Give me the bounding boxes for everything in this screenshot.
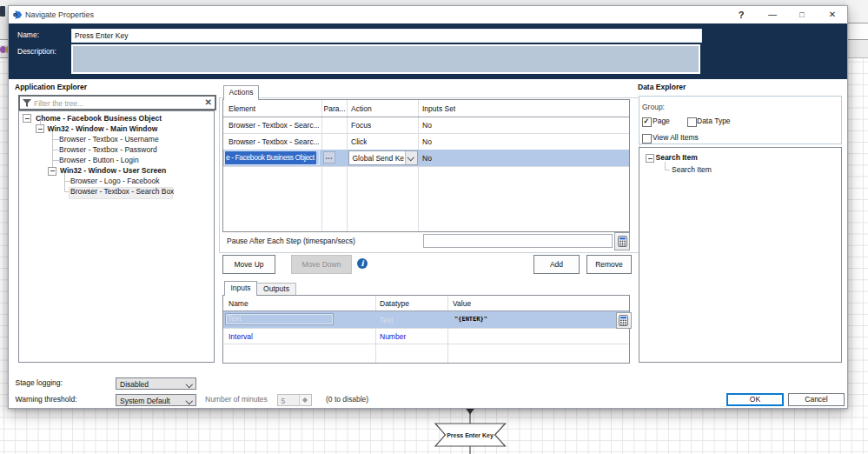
- tree-item[interactable]: Search Item: [656, 153, 698, 162]
- group-label: Group:: [642, 103, 665, 111]
- input-value[interactable]: "{ENTER}": [454, 316, 487, 323]
- maximize-button[interactable]: □: [791, 6, 813, 23]
- action-row-action[interactable]: Click: [351, 137, 367, 146]
- selected-input-row[interactable]: Text Text "{ENTER}": [223, 311, 629, 328]
- filter-tree-input[interactable]: Filter the tree... ✕: [18, 95, 216, 110]
- action-row-element[interactable]: Browser - Textbox - Searc...: [229, 137, 319, 146]
- column-header-params[interactable]: Para...: [324, 104, 346, 113]
- action-row-inputs-set[interactable]: No: [422, 154, 432, 163]
- spin-down-icon[interactable]: [302, 400, 308, 403]
- action-row-element[interactable]: Browser - Textbox - Searc...: [229, 121, 319, 130]
- tab-actions[interactable]: Actions: [223, 85, 259, 100]
- pause-input[interactable]: [423, 234, 613, 248]
- combo-dropdown-button[interactable]: [405, 151, 417, 164]
- column-header-datatype[interactable]: Datatype: [380, 299, 409, 308]
- spinner-buttons[interactable]: [299, 395, 311, 406]
- checkbox-data-type-label[interactable]: Data Type: [697, 117, 731, 125]
- checkbox-page[interactable]: ✓: [642, 117, 652, 127]
- calculator-icon: [618, 236, 627, 247]
- number-of-minutes-label: Number of minutes: [205, 395, 268, 404]
- tab-outputs[interactable]: Outputs: [256, 283, 296, 295]
- column-divider[interactable]: [447, 296, 448, 363]
- tree-item[interactable]: Search Item: [672, 165, 712, 174]
- warning-threshold-select[interactable]: System Default: [116, 394, 196, 407]
- name-input[interactable]: Press Enter Key: [71, 29, 702, 43]
- dialog-title: Navigate Properties: [25, 10, 94, 19]
- minutes-spinner[interactable]: 5: [277, 394, 312, 407]
- dialog-titlebar[interactable]: Navigate Properties ? — □ ✕: [9, 6, 847, 23]
- check-icon: ✓: [644, 117, 650, 125]
- navigate-properties-dialog: Navigate Properties ? — □ ✕ Name: Press …: [8, 5, 848, 409]
- column-header-name[interactable]: Name: [229, 299, 248, 308]
- name-label: Name:: [17, 30, 39, 39]
- chevron-down-icon: [407, 153, 414, 160]
- actions-table[interactable]: Element Para... Action Inputs Set Browse…: [222, 99, 630, 232]
- input-name-editor[interactable]: Text: [225, 313, 334, 325]
- header-divider: [223, 117, 629, 117]
- collapse-icon[interactable]: [36, 124, 44, 133]
- element-editor-input[interactable]: e - Facebook Business Object: [224, 150, 320, 165]
- move-up-button[interactable]: Move Up: [222, 255, 275, 274]
- tree-item[interactable]: Win32 - Window - Main Window: [19, 124, 214, 134]
- tree-item[interactable]: Browser - Textbox - Password: [19, 144, 214, 155]
- tree-item[interactable]: Browser - Textbox - Username: [19, 134, 214, 144]
- value-expression-button[interactable]: [616, 312, 632, 329]
- action-row-inputs-set[interactable]: No: [422, 137, 432, 146]
- add-button[interactable]: Add: [533, 255, 580, 274]
- row-divider: [223, 133, 629, 134]
- element-picker-button[interactable]: ...: [323, 151, 335, 164]
- row-divider: [223, 344, 629, 344]
- data-explorer-title: Data Explorer: [638, 83, 686, 91]
- inputs-table[interactable]: Name Datatype Value Text Text "{ENTER}": [222, 295, 630, 364]
- info-icon[interactable]: i: [357, 258, 368, 269]
- column-header-element[interactable]: Element: [229, 104, 255, 113]
- tree-item[interactable]: Chome - Facebook Business Object: [19, 113, 214, 124]
- tree-item[interactable]: Browser - Logo - Facebook: [19, 176, 214, 186]
- blueprism-logo-icon: [13, 10, 23, 19]
- input-datatype[interactable]: Number: [380, 332, 406, 341]
- collapse-icon[interactable]: [48, 167, 56, 176]
- input-name[interactable]: Interval: [229, 332, 253, 341]
- close-button[interactable]: ✕: [821, 6, 844, 23]
- pause-expression-button[interactable]: [614, 232, 630, 250]
- tab-inputs[interactable]: Inputs: [224, 281, 257, 296]
- tree-item[interactable]: Browser - Button - Login: [19, 155, 214, 165]
- remove-button[interactable]: Remove: [586, 255, 632, 274]
- collapse-icon[interactable]: [23, 114, 31, 123]
- checkbox-view-all-items-label[interactable]: View All Items: [653, 133, 699, 142]
- cancel-button[interactable]: Cancel: [788, 393, 845, 406]
- ok-button[interactable]: OK: [726, 393, 784, 406]
- stage-logging-select[interactable]: Disabled: [116, 377, 196, 391]
- move-down-button[interactable]: Move Down: [291, 255, 352, 274]
- application-explorer-tree[interactable]: Chome - Facebook Business Object Win32 -…: [18, 110, 215, 363]
- group-box: Group: ✓ Page Data Type View All Items: [639, 96, 842, 144]
- input-datatype: Text: [380, 316, 394, 324]
- description-textarea[interactable]: [71, 44, 700, 74]
- column-divider[interactable]: [375, 296, 376, 363]
- checkbox-data-type[interactable]: [687, 117, 697, 127]
- selected-action-row[interactable]: e - Facebook Business Object ... Global …: [223, 150, 629, 166]
- action-combobox[interactable]: Global Send Ke: [348, 150, 418, 165]
- stage-label: Press Enter Key: [447, 432, 494, 439]
- row-divider: [223, 166, 629, 167]
- pause-label: Pause After Each Step (timespan/secs): [227, 237, 355, 245]
- column-header-inputs-set[interactable]: Inputs Set: [422, 104, 455, 113]
- column-header-action[interactable]: Action: [351, 104, 372, 113]
- column-header-value[interactable]: Value: [453, 299, 471, 308]
- tree-item[interactable]: Browser - Textbox - Search Box: [19, 186, 214, 197]
- action-row-action[interactable]: Focus: [351, 121, 371, 130]
- action-row-inputs-set[interactable]: No: [422, 121, 432, 130]
- background-band: [846, 23, 868, 39]
- minimize-button[interactable]: —: [761, 6, 784, 23]
- background-band: [846, 40, 868, 57]
- tree-item[interactable]: Win32 - Window - User Screen: [19, 165, 214, 176]
- help-button[interactable]: ?: [730, 6, 752, 23]
- checkbox-page-label[interactable]: Page: [653, 117, 670, 125]
- filter-clear-icon[interactable]: ✕: [205, 97, 212, 109]
- row-divider: [223, 328, 629, 329]
- flow-arrow-icon: [466, 408, 475, 415]
- data-explorer-tree[interactable]: Search Item Search Item: [639, 147, 842, 363]
- chevron-down-icon: [185, 397, 192, 404]
- collapse-icon[interactable]: [646, 154, 654, 163]
- checkbox-view-all-items[interactable]: [642, 134, 652, 144]
